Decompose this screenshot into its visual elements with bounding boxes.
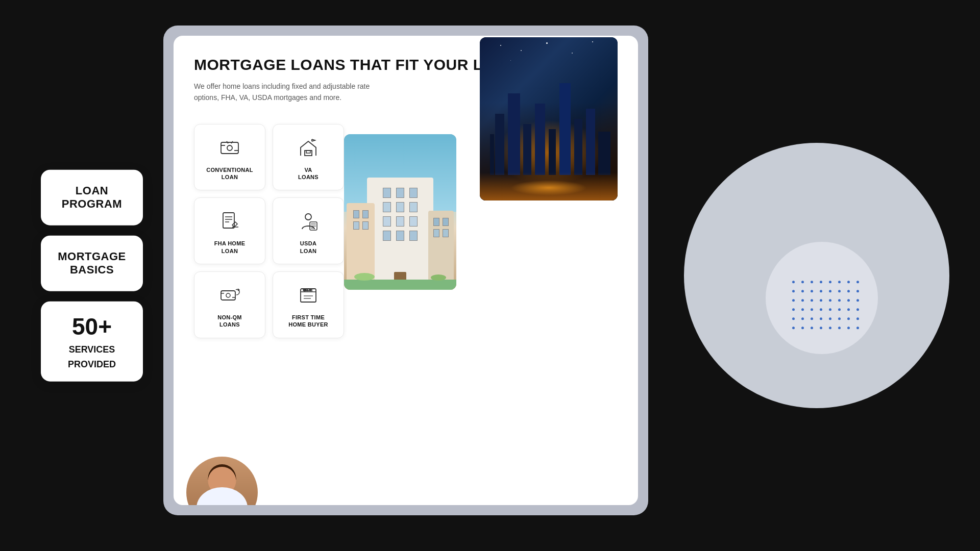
main-content-area: CONVENTIONALLOAN [194,119,618,338]
avatar-circle [184,454,260,505]
service-card-va-loans[interactable]: VALOANS [273,124,344,191]
main-subtitle: We offer home loans including fixed and … [194,81,378,104]
service-card-usda-loan[interactable]: USDALOAN [273,197,344,264]
loan-program-line2: PROGRAM [62,197,122,211]
services-grid: CONVENTIONALLOAN [194,124,344,338]
avatar-body [197,487,248,505]
services-number: 50+ [72,312,112,340]
right-photo-area [359,119,618,338]
avatar-person [186,457,258,505]
left-sidebar: LOAN PROGRAM MORTGAGE BASICS 50+ SERVICE… [41,170,143,382]
conventional-loan-label: CONVENTIONALLOAN [206,166,253,181]
svg-point-1 [227,145,232,151]
laptop-screen: MORTGAGE LOANS THAT FIT YOUR LIFE We off… [174,36,638,505]
svg-text:BILL: BILL [303,288,309,291]
cash-icon [217,136,242,160]
services-line1: SERVICES [69,344,115,355]
svg-rect-0 [221,142,238,154]
services-section: CONVENTIONALLOAN [194,119,344,338]
service-card-conventional-loan[interactable]: CONVENTIONALLOAN [194,124,265,191]
bill-dollar-icon: BILL $ [296,283,321,308]
svg-line-4 [227,141,228,143]
service-card-fha-home-loan[interactable]: FHA HOMELOAN [194,197,265,264]
mortgage-basics-line1: MORTGAGE [58,249,126,263]
first-time-home-buyer-label: FIRST TIMEHOME BUYER [288,314,328,329]
va-loans-label: VALOANS [298,166,318,181]
document-pen-icon [217,209,242,234]
svg-point-20 [226,293,230,297]
svg-line-5 [231,141,233,143]
svg-rect-8 [306,151,310,153]
service-card-first-time-home-buyer[interactable]: BILL $ FIRST TIMEHOME BUYER [273,271,344,338]
person-document-icon [296,209,321,234]
mortgage-basics-line2: BASICS [58,263,126,277]
service-card-non-qm-loans[interactable]: NON-QMLOANS [194,271,265,338]
non-qm-loans-label: NON-QMLOANS [217,314,242,329]
loan-program-line1: LOAN [62,184,122,197]
svg-rect-19 [221,291,235,300]
mortgage-basics-card[interactable]: MORTGAGE BASICS [41,235,143,291]
apartments-photo [344,134,456,290]
scene: LOAN PROGRAM MORTGAGE BASICS 50+ SERVICE… [0,0,980,551]
laptop-frame: MORTGAGE LOANS THAT FIT YOUR LIFE We off… [163,26,648,515]
city-night-bg [480,37,618,201]
usda-loan-label: USDALOAN [300,240,316,255]
city-night-photo [480,37,618,201]
home-flag-icon [296,136,321,160]
cash-rotate-icon [217,283,242,308]
loan-program-card[interactable]: LOAN PROGRAM [41,170,143,226]
fha-home-loan-label: FHA HOMELOAN [214,240,246,255]
dot-grid-decoration [792,281,863,333]
svg-point-14 [305,214,311,220]
services-count-card[interactable]: 50+ SERVICES PROVIDED [41,301,143,381]
services-line2: PROVIDED [68,359,116,370]
